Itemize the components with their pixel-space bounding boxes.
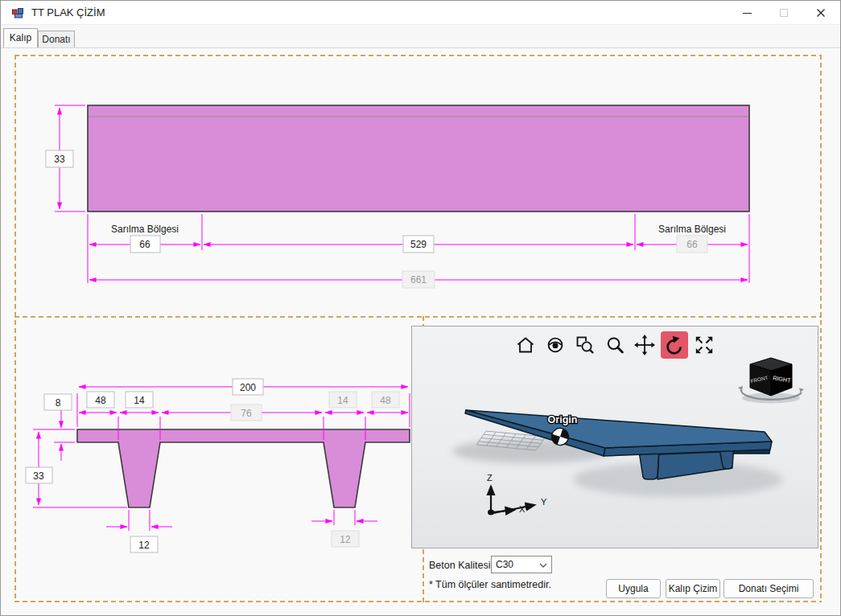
dim-clear-spacing-value: 76 [241, 408, 252, 419]
dim-web-bottom-right-value: 12 [340, 534, 351, 545]
maximize-button[interactable] [765, 1, 802, 25]
axis-triad [488, 487, 534, 515]
view-cube[interactable]: FRONT RIGHT [734, 354, 808, 407]
close-button[interactable] [802, 1, 840, 25]
dim-depth-value: 33 [54, 154, 65, 165]
axis-z-label: Z [487, 473, 493, 483]
pan-icon [633, 333, 657, 357]
concrete-grade-select[interactable]: C30 [491, 556, 552, 573]
minimize-button[interactable] [729, 1, 765, 25]
tab-kalip[interactable]: Kalıp [3, 28, 38, 47]
zoom-button[interactable] [601, 331, 629, 359]
axis-y-label: Y [541, 497, 547, 507]
orbit-eye-icon [543, 333, 567, 357]
wrap-zone-label-left: Sarılma Bölgesi [111, 224, 179, 235]
pan-button[interactable] [631, 331, 658, 359]
minimize-icon [743, 13, 752, 14]
orbit-eye-button[interactable] [542, 331, 569, 359]
tab-donati[interactable]: Donatı [38, 31, 75, 47]
dim-web-top-left-value: 14 [134, 395, 145, 406]
close-icon [816, 8, 826, 18]
dim-total-value: 661 [410, 274, 427, 285]
zoom-icon [603, 333, 627, 357]
rebar-select-button[interactable]: Donatı Seçimi [724, 579, 814, 598]
3d-viewport[interactable]: Origin Z X Y [411, 326, 818, 548]
tab-strip: Kalıp Donatı [1, 28, 840, 47]
zoom-window-icon [573, 333, 597, 357]
wrap-zone-label-right: Sarılma Bölgesi [658, 224, 726, 235]
chevron-down-icon [539, 563, 547, 568]
concrete-grade-label: Beton Kalitesi : [429, 560, 496, 571]
zoom-window-button[interactable] [571, 331, 599, 359]
fullscreen-button[interactable] [691, 331, 718, 359]
dim-total-width-value: 200 [240, 382, 256, 393]
dim-wrap-left-value: 66 [139, 239, 150, 250]
dim-midspan-value: 529 [410, 239, 427, 250]
formwork-draw-button[interactable]: Kalıp Çizim [666, 579, 720, 598]
dim-section-depth-value: 33 [33, 470, 44, 482]
fullscreen-icon [692, 333, 716, 357]
tt-plak-cizim-window: { "window": { "title": "TT PLAK ÇİZİM" }… [0, 0, 841, 616]
axis-x-label: X [519, 504, 526, 514]
maximize-icon [780, 9, 788, 17]
rotate-icon [662, 333, 686, 357]
home-button[interactable] [512, 331, 539, 359]
dim-web-bottom-left-value: 12 [138, 540, 150, 551]
concrete-grade-value: C30 [496, 559, 513, 570]
dim-overhang-right-value: 48 [380, 395, 391, 406]
dim-wrap-right-value: 66 [686, 239, 698, 250]
slab-elevation-shape [88, 105, 749, 211]
dim-overhang-left-value: 48 [95, 395, 106, 406]
rotate-button[interactable] [661, 331, 688, 359]
home-icon [513, 333, 538, 357]
tt-section-shape [77, 429, 410, 507]
dim-flange-thickness-value: 8 [56, 397, 61, 409]
origin-label: Origin [548, 414, 578, 425]
dim-web-top-right-value: 14 [337, 395, 348, 406]
app-icon [11, 6, 24, 19]
elevation-drawing: 33 Sarılma Bölgesi Sarılma Bölgesi 66 52… [14, 55, 822, 317]
unit-note: * Tüm ölçüler santimetredir. [429, 579, 551, 590]
viewer-toolbar [512, 331, 718, 359]
ring-arrow [799, 388, 804, 393]
title-bar: TT PLAK ÇİZİM [1, 1, 840, 25]
window-title: TT PLAK ÇİZİM [31, 1, 105, 25]
section-drawing: 200 48 14 76 14 48 8 33 12 12 [17, 317, 423, 602]
apply-button[interactable]: Uygula [606, 579, 661, 598]
